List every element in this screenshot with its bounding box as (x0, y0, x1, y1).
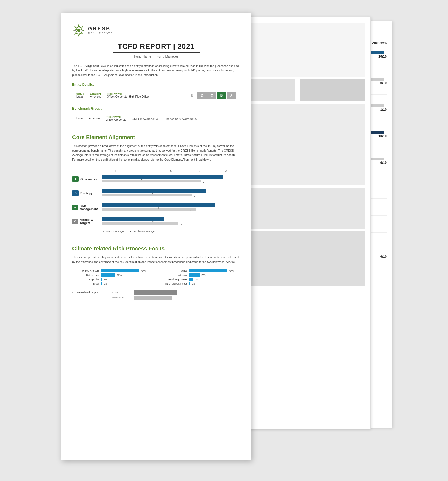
governance-gresb-marker (141, 179, 143, 181)
target-row-benchmark: Benchmark (72, 296, 240, 300)
country-row-2: Netherlands 26% (72, 273, 152, 277)
divider-2 (72, 240, 240, 240)
country-row-1: United Kingdom 70% (72, 269, 152, 272)
property-bar-4 (189, 282, 190, 285)
fund-info: Fund Name Fund Manager (72, 55, 240, 58)
align-score-2: 6/10 (370, 81, 387, 85)
metrics-bars (102, 216, 240, 227)
intro-description: The TCFD Alignment Level is an indicatio… (72, 64, 240, 77)
chart-col-d: D (130, 170, 157, 173)
benchmark-group: Benchmark Group: Listed Americas Propert… (72, 107, 240, 124)
legend-benchmark: ▲ Benchmark Average (129, 230, 155, 233)
property-bar-2 (189, 273, 200, 277)
target-entity-bar (134, 290, 177, 295)
align-score-1: 10/10 (370, 55, 387, 58)
risk-bench-marker (189, 207, 191, 210)
property-row-1: Office 70% (160, 269, 240, 272)
property-pct-1: 70% (229, 269, 234, 272)
risk-section: Climate-related Risk Process Focus This … (72, 246, 240, 300)
align-score-4: 10/10 (370, 134, 387, 138)
property-label-2: Industrial (160, 274, 187, 276)
benchmark-property-value: Office: Corporate (106, 118, 126, 121)
risk-badge: A (72, 205, 78, 210)
country-pct-4: 2% (104, 282, 107, 285)
gresb-avg: GRESB Average: C (132, 117, 158, 120)
rating-badges: E D C B A (188, 92, 236, 99)
gresb-text: GRESB REAL ESTATE (88, 26, 113, 34)
country-bar-2 (101, 273, 115, 277)
property-label-1: Office (160, 269, 187, 272)
strategy-benchmark-bar (102, 194, 192, 196)
property-row-2: Industrial 20% (160, 273, 240, 277)
entity-property-field: Property type: Office: Corporate: High-R… (107, 93, 149, 98)
core-element-desc: This section provides a breakdown of the… (72, 144, 240, 162)
benchmark-avg: Benchmark Average: A (166, 117, 197, 120)
target-entity-label: Entity (112, 291, 131, 294)
gresb-sub: REAL ESTATE (88, 32, 113, 34)
gresb-name: GRESB (88, 26, 113, 32)
property-pct-2: 20% (201, 274, 206, 276)
country-bar-4 (101, 282, 102, 285)
property-row-4: Other property types 2% (160, 282, 240, 285)
gresb-logo: GRESB REAL ESTATE (72, 24, 113, 37)
chart-col-a: A (212, 170, 240, 173)
entity-details-box: Status: Listed Location: Americas Proper… (72, 89, 240, 102)
property-label-3: Retail, High Street (160, 278, 187, 281)
badge-b: B (217, 92, 226, 99)
align-score-3: 1/10 (370, 108, 387, 112)
gresb-logo-icon (72, 24, 85, 37)
governance-label: A Governance (72, 176, 102, 182)
benchmark-group-label: Benchmark Group: (72, 107, 240, 110)
governance-badge: A (72, 176, 79, 182)
strategy-entity-bar (102, 189, 206, 193)
report-title: TCFD REPORT | 2021 (72, 42, 240, 51)
chart-col-e: E (102, 170, 130, 173)
fund-manager: Fund Manager (157, 55, 178, 58)
badge-e: E (188, 92, 197, 99)
chart-col-b: B (185, 170, 213, 173)
strategy-gresb-marker (152, 193, 154, 195)
entity-details-label: Entity Details: (72, 83, 240, 87)
core-element-title: Core Element Alignment (72, 134, 240, 141)
property-chart: Office 70% Industrial 20% Retail, High S… (160, 269, 240, 286)
risk-benchmark-bar (102, 208, 196, 211)
metrics-bench-marker (181, 221, 183, 224)
gresb-header: GRESB REAL ESTATE (72, 24, 240, 37)
target-chart: Climate-Related Targets Entity Benchmark (72, 290, 240, 300)
entity-property-value: Office: Corporate: High-Rise Office (107, 95, 149, 98)
property-label-4: Other property types (160, 282, 187, 285)
divider-1 (72, 130, 240, 130)
chart-legend: ▼ GRESB Average ▲ Benchmark Average (102, 230, 240, 233)
target-row-entity: Climate-Related Targets Entity (72, 290, 240, 295)
country-label-2: Netherlands (72, 274, 99, 276)
metrics-benchmark-bar (102, 222, 178, 225)
country-row-3: Argentina 2% (72, 278, 152, 281)
main-page: GRESB REAL ESTATE TCFD REPORT | 2021 Fun… (61, 13, 251, 460)
horizontal-bar-charts: United Kingdom 70% Netherlands 26% Argen… (72, 269, 240, 286)
benchmark-averages: GRESB Average: C Benchmark Average: A (132, 117, 197, 120)
risk-gresb-marker (157, 207, 159, 209)
svg-point-4 (74, 30, 76, 31)
strategy-bench-marker (193, 193, 195, 196)
chart-row-metrics: C Metrics & Targets (72, 216, 240, 227)
metrics-label: C Metrics & Targets (72, 218, 102, 225)
badge-d: D (197, 92, 207, 99)
benchmark-location-field: Americas (89, 117, 100, 120)
risk-bars (102, 202, 240, 213)
entity-location-value: Americas (90, 95, 102, 98)
entity-location-label: Location: (90, 93, 102, 95)
target-benchmark-label: Benchmark (112, 297, 131, 299)
country-pct-1: 70% (141, 269, 146, 272)
governance-bars (102, 174, 240, 184)
property-bar-3 (189, 278, 193, 281)
country-label-4: Brazil (72, 282, 99, 285)
entity-property-label: Property type: (107, 93, 149, 95)
svg-point-2 (78, 26, 80, 27)
country-pct-3: 2% (104, 278, 107, 281)
entity-status-field: Status: Listed (76, 93, 85, 98)
align-score-5: 6/10 (370, 161, 387, 165)
country-bar-1 (101, 269, 139, 272)
chart-col-c: C (157, 170, 185, 173)
metrics-badge: C (72, 219, 78, 224)
legend-gresb: ▼ GRESB Average (102, 230, 124, 233)
